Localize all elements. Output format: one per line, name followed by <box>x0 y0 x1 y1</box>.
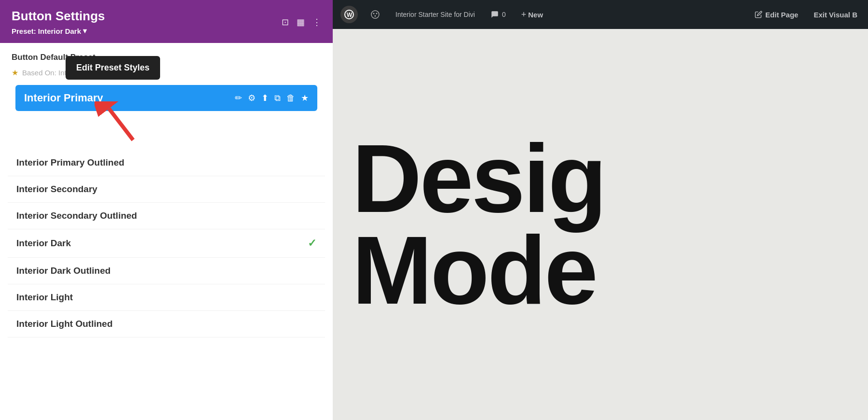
tooltip-box: Edit Preset Styles <box>66 56 160 80</box>
right-panel: W Interior Starter Site for Divi 0 + New <box>333 0 868 420</box>
edit-page-button[interactable]: Edit Page <box>752 11 801 19</box>
svg-text:W: W <box>347 12 353 18</box>
preset-item-label: Interior Dark <box>16 238 71 249</box>
duplicate-icon[interactable]: ⧉ <box>274 93 281 103</box>
focus-icon[interactable]: ⊡ <box>282 17 289 28</box>
tooltip-text: Edit Preset Styles <box>76 63 149 72</box>
preset-item-secondary[interactable]: Interior Secondary <box>8 176 325 203</box>
delete-icon[interactable]: 🗑 <box>286 93 295 103</box>
site-icon <box>367 10 383 19</box>
preset-item-light[interactable]: Interior Light <box>8 284 325 311</box>
preset-item-dark-outlined[interactable]: Interior Dark Outlined <box>8 258 325 284</box>
panel-header: Button Settings Preset: Interior Dark ▾ … <box>0 0 333 43</box>
plus-icon: + <box>521 10 527 20</box>
exit-builder-button[interactable]: Exit Visual B <box>811 11 860 19</box>
comments-item[interactable]: 0 <box>488 10 509 19</box>
preset-item-dark[interactable]: Interior Dark ✓ <box>8 229 325 258</box>
preset-item-secondary-outlined[interactable]: Interior Secondary Outlined <box>8 203 325 229</box>
edit-page-label: Edit Page <box>765 11 798 19</box>
header-icons: ⊡ ▦ ⋮ <box>282 17 321 28</box>
editor-content: Desig Mode <box>333 29 868 420</box>
preset-item-label: Interior Light <box>16 292 73 303</box>
panel-title: Button Settings <box>12 9 105 24</box>
preset-list: Interior Primary Outlined Interior Secon… <box>0 150 333 337</box>
svg-point-7 <box>375 15 376 17</box>
star-icon: ★ <box>12 68 18 77</box>
comment-count: 0 <box>502 11 506 18</box>
preset-item-label: Interior Dark Outlined <box>16 266 110 276</box>
new-label: New <box>528 11 543 19</box>
based-on-row: ★ Based On: Interior Primary <box>0 66 333 85</box>
wp-admin-bar: W Interior Starter Site for Divi 0 + New <box>333 0 868 29</box>
svg-point-6 <box>376 13 378 14</box>
selected-preset-label: Interior Primary <box>24 92 230 104</box>
preset-item-actions: ✏ ⚙ ⬆ ⧉ 🗑 ★ <box>235 93 309 103</box>
checkmark-icon: ✓ <box>308 237 316 250</box>
section-title: Button Default Preset <box>0 43 333 66</box>
preset-item-label: Interior Secondary <box>16 184 97 195</box>
preset-dropdown-arrow[interactable]: ▾ <box>83 27 87 35</box>
selected-preset-item[interactable]: Interior Primary ✏ ⚙ ⬆ ⧉ 🗑 ★ <box>15 85 317 111</box>
new-button[interactable]: + New <box>518 10 546 20</box>
preset-label: Preset: <box>12 27 36 35</box>
preset-item-outlined[interactable]: Interior Primary Outlined <box>8 150 325 176</box>
preset-subtitle: Preset: Interior Dark ▾ <box>12 27 105 35</box>
wp-logo[interactable]: W <box>340 6 358 23</box>
preset-name: Interior Dark <box>38 27 81 35</box>
star-active-icon[interactable]: ★ <box>301 93 309 103</box>
exit-label: Exit Visual B <box>814 11 857 19</box>
preset-item-label: Interior Secondary Outlined <box>16 210 137 221</box>
left-panel: Button Settings Preset: Interior Dark ▾ … <box>0 0 333 420</box>
edit-icon[interactable]: ✏ <box>235 93 242 103</box>
site-name[interactable]: Interior Starter Site for Divi <box>393 11 478 18</box>
more-icon[interactable]: ⋮ <box>312 17 321 28</box>
upload-icon[interactable]: ⬆ <box>261 93 269 103</box>
hero-line1: Desig <box>352 133 605 224</box>
preset-item-label: Interior Light Outlined <box>16 319 112 329</box>
selected-row-wrapper: Edit Preset Styles Interior Primary ✏ ⚙ … <box>8 85 325 111</box>
hero-text: Desig Mode <box>352 133 605 316</box>
settings-icon[interactable]: ⚙ <box>248 93 256 103</box>
svg-point-5 <box>373 13 375 14</box>
panel-content: Button Default Preset ★ Based On: Interi… <box>0 43 333 420</box>
preset-item-light-outlined[interactable]: Interior Light Outlined <box>8 311 325 337</box>
svg-line-1 <box>109 109 133 140</box>
hero-line2: Mode <box>352 224 605 316</box>
preset-item-label: Interior Primary Outlined <box>16 157 124 168</box>
svg-point-4 <box>371 11 379 18</box>
columns-icon[interactable]: ▦ <box>297 17 305 28</box>
